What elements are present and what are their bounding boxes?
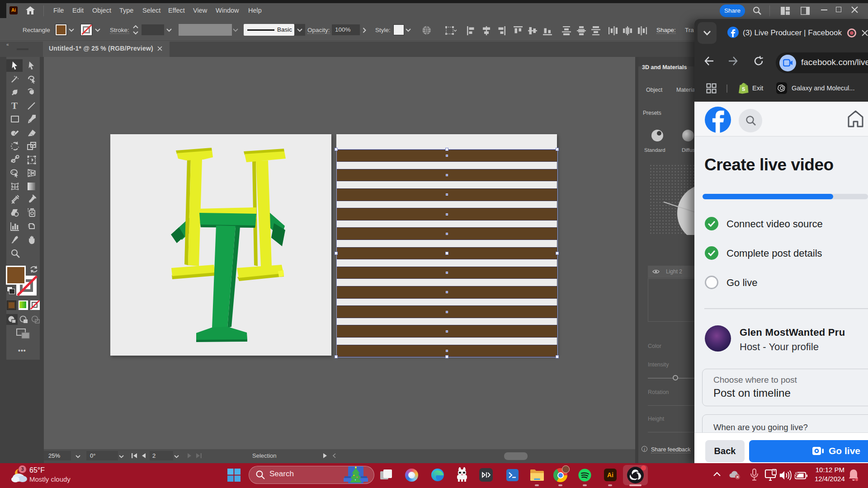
svg-text:S: S	[742, 86, 745, 92]
